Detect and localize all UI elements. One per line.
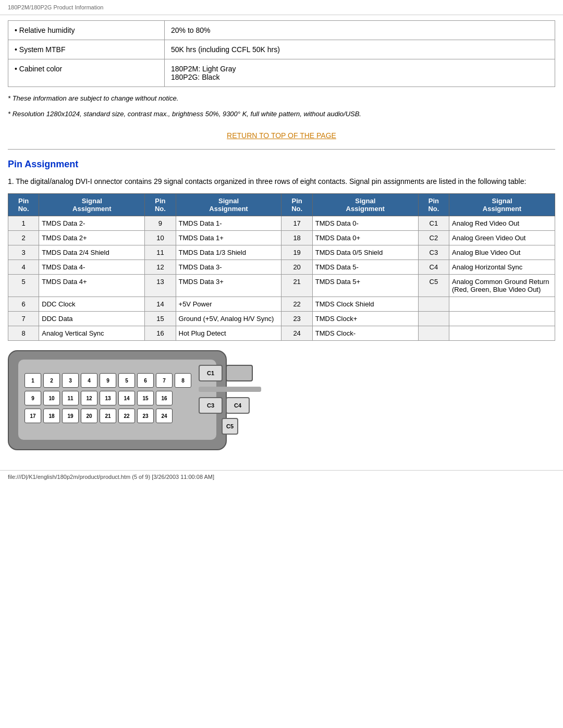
col-header-signal2: SignalAssignment xyxy=(176,194,282,216)
signal-value: TMDS Data 4- xyxy=(39,260,145,275)
pin-box-13: 12 xyxy=(81,391,97,405)
pin-number: 5 xyxy=(8,275,39,297)
signal-value: Analog Red Video Out xyxy=(449,216,555,231)
table-row: 7DDC Data15Ground (+5V, Analog H/V Sync)… xyxy=(8,312,555,326)
table-row: 5TMDS Data 4+13TMDS Data 3+21TMDS Data 5… xyxy=(8,275,555,297)
connector-row-1: 1 2 3 4 9 5 6 7 8 xyxy=(25,373,191,388)
pin-box-17: 16 xyxy=(156,391,173,405)
pin-box-20: 19 xyxy=(62,409,79,423)
signal-value: TMDS Data 0+ xyxy=(312,231,418,245)
pin-box-22: 21 xyxy=(100,409,116,423)
pin-box-10: 9 xyxy=(25,391,41,405)
info-row-2: • Cabinet color180P2M: Light Gray180P2G:… xyxy=(8,59,555,87)
pin-number: 10 xyxy=(145,231,176,245)
pin-number: 13 xyxy=(145,275,176,297)
info-value-1: 50K hrs (including CCFL 50K hrs) xyxy=(165,40,555,59)
note2: * Resolution 1280x1024, standard size, c… xyxy=(8,109,555,119)
signal-value: TMDS Clock+ xyxy=(312,312,418,326)
connector-row-2: 9 10 11 12 13 14 15 16 xyxy=(25,391,191,405)
table-row: 4TMDS Data 4-12TMDS Data 3-20TMDS Data 5… xyxy=(8,260,555,275)
pin-box-24: 23 xyxy=(137,409,154,423)
info-label-2: • Cabinet color xyxy=(8,59,165,87)
signal-value: TMDS Data 1/3 Shield xyxy=(176,245,282,260)
col-header-signal3: SignalAssignment xyxy=(312,194,418,216)
pin-box-16: 15 xyxy=(137,391,154,405)
pin-box-23: 22 xyxy=(118,409,135,423)
table-row: 6DDC Clock14+5V Power22TMDS Clock Shield xyxy=(8,297,555,312)
info-row-0: • Relative humidity20% to 80% xyxy=(8,21,555,40)
signal-value: TMDS Data 4+ xyxy=(39,275,145,297)
col-header-signal4: SignalAssignment xyxy=(449,194,555,216)
pin-box-19: 18 xyxy=(43,409,60,423)
signal-value: TMDS Clock- xyxy=(312,326,418,341)
pin-assignment-title: Pin Assignment xyxy=(8,159,555,170)
pin-number: 11 xyxy=(145,245,176,260)
signal-value: Analog Blue Video Out xyxy=(449,245,555,260)
pin-box-6: 5 xyxy=(118,373,135,388)
signal-value: Analog Vertical Sync xyxy=(39,326,145,341)
c-pin-c5: C5 xyxy=(222,418,238,435)
c-pins-group: C1 C3 C4 C5 xyxy=(199,365,261,435)
signal-value: Analog Horizontal Sync xyxy=(449,260,555,275)
col-header-pin4: PinNo. xyxy=(418,194,449,216)
signal-value: Ground (+5V, Analog H/V Sync) xyxy=(176,312,282,326)
c-pin-c4: C4 xyxy=(226,397,250,414)
pin-number: C4 xyxy=(418,260,449,275)
pin-box-5: 9 xyxy=(100,373,116,388)
pin-number: 14 xyxy=(145,297,176,312)
signal-value: Analog Common Ground Return (Red, Green,… xyxy=(449,275,555,297)
pin-description: 1. The digital/analog DVI-I onnector con… xyxy=(8,176,555,187)
pin-number: 17 xyxy=(282,216,312,231)
signal-value: TMDS Data 2/4 Shield xyxy=(39,245,145,260)
signal-value: TMDS Data 3- xyxy=(176,260,282,275)
divider xyxy=(8,149,555,150)
connector-diagram: 1 2 3 4 9 5 6 7 8 9 10 11 xyxy=(8,350,227,450)
pin-number: 8 xyxy=(8,326,39,341)
pin-number: 9 xyxy=(145,216,176,231)
pin-box-12: 11 xyxy=(62,391,79,405)
col-header-pin2: PinNo. xyxy=(145,194,176,216)
pin-number: 19 xyxy=(282,245,312,260)
signal-value: Hot Plug Detect xyxy=(176,326,282,341)
pin-assignment-table: PinNo. SignalAssignment PinNo. SignalAss… xyxy=(8,193,555,341)
pin-number: 1 xyxy=(8,216,39,231)
signal-value: DDC Clock xyxy=(39,297,145,312)
signal-value: DDC Data xyxy=(39,312,145,326)
pin-number: 22 xyxy=(282,297,312,312)
info-value-0: 20% to 80% xyxy=(165,21,555,40)
signal-value: +5V Power xyxy=(176,297,282,312)
signal-value: TMDS Data 3+ xyxy=(176,275,282,297)
pin-box-15: 14 xyxy=(118,391,135,405)
col-header-pin1: PinNo. xyxy=(8,194,39,216)
table-row: 3TMDS Data 2/4 Shield11TMDS Data 1/3 Shi… xyxy=(8,245,555,260)
signal-value: TMDS Data 2+ xyxy=(39,231,145,245)
pin-box-1: 1 xyxy=(25,373,41,388)
signal-value: Analog Green Video Out xyxy=(449,231,555,245)
pin-box-3: 3 xyxy=(62,373,79,388)
col-header-signal1: SignalAssignment xyxy=(39,194,145,216)
signal-value: TMDS Data 1- xyxy=(176,216,282,231)
pin-number: 4 xyxy=(8,260,39,275)
c-pin-c3: C3 xyxy=(199,397,223,414)
info-value-2: 180P2M: Light Gray180P2G: Black xyxy=(165,59,555,87)
pin-box-2: 2 xyxy=(43,373,60,388)
signal-value: TMDS Data 0/5 Shield xyxy=(312,245,418,260)
signal-value: TMDS Data 5+ xyxy=(312,275,418,297)
c-pin-c1: C1 xyxy=(199,365,223,381)
footer: file:///D|/K1/english/180p2m/product/pro… xyxy=(0,470,563,483)
pin-box-14: 13 xyxy=(100,391,116,405)
pin-number: C3 xyxy=(418,245,449,260)
pin-number: C2 xyxy=(418,231,449,245)
pin-number: 24 xyxy=(282,326,312,341)
pin-box-9: 8 xyxy=(175,373,191,388)
pin-number: 16 xyxy=(145,326,176,341)
pin-number: 18 xyxy=(282,231,312,245)
return-to-top-link[interactable]: RETURN TO TOP OF THE PAGE xyxy=(227,131,336,140)
signal-value: TMDS Data 2- xyxy=(39,216,145,231)
table-row: 2TMDS Data 2+10TMDS Data 1+18TMDS Data 0… xyxy=(8,231,555,245)
connector-row-3: 17 18 19 20 21 22 23 24 xyxy=(25,409,191,423)
info-table: • Relative humidity20% to 80%• System MT… xyxy=(8,20,555,87)
pin-box-7: 6 xyxy=(137,373,154,388)
info-row-1: • System MTBF50K hrs (including CCFL 50K… xyxy=(8,40,555,59)
col-header-pin3: PinNo. xyxy=(282,194,312,216)
